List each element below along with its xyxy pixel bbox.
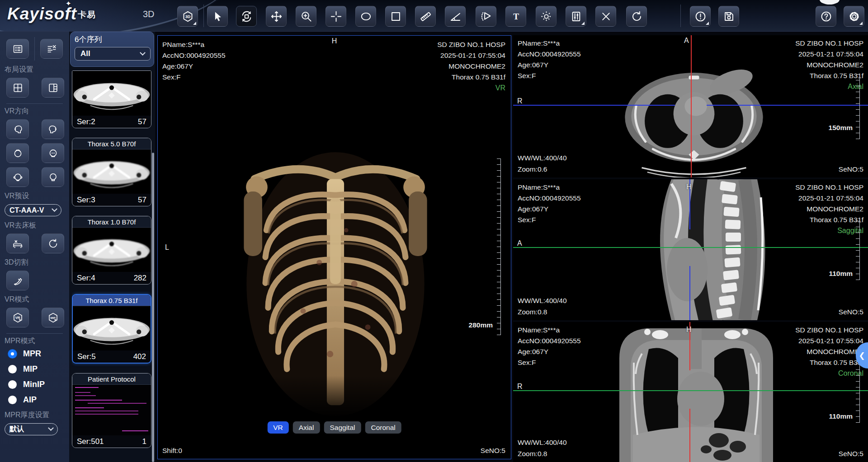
series-filter-select[interactable]: All: [75, 47, 151, 61]
bed-reset-button[interactable]: [42, 233, 64, 253]
vr-hexagon-icon: VR: [12, 312, 24, 323]
tool-angle-button[interactable]: [445, 6, 466, 27]
series-number: Ser:5: [77, 352, 96, 361]
mpr-thickness-select[interactable]: 默认: [5, 423, 58, 435]
view-button-axial[interactable]: Axial: [293, 421, 320, 434]
radio-label: MPR: [23, 349, 41, 359]
mpr-option-aip[interactable]: AIP: [8, 395, 69, 405]
mip-hexagon-icon: MIP: [47, 312, 59, 323]
window-level: WW/WL:400/40: [518, 295, 567, 306]
coronal-viewport[interactable]: PName:S***a AccNO:0004920555 Age:067Y Se…: [513, 322, 868, 462]
crosshair-horizontal-blue[interactable]: [707, 105, 868, 106]
layout-split-button[interactable]: [42, 78, 64, 98]
vr-direction-back-button[interactable]: [42, 167, 64, 187]
axial-viewport[interactable]: PName:S***a AccNO:0004920555 Age:067Y Se…: [513, 35, 868, 177]
help-button[interactable]: [816, 6, 836, 27]
tool-cursor-button[interactable]: [207, 6, 228, 27]
tool-delete-button[interactable]: [595, 6, 616, 27]
main-vr-viewport[interactable]: PName:S***a AccNO:0004920555 Age:067Y Se…: [157, 35, 511, 459]
mpr-option-mip[interactable]: MIP: [8, 364, 69, 374]
mpr-option-minip[interactable]: MinIP: [8, 380, 69, 389]
crosshair-vertical-red[interactable]: [691, 35, 692, 177]
radio-label: MIP: [23, 364, 38, 374]
mpr-option-mpr[interactable]: MPR: [8, 349, 69, 359]
close-series-button[interactable]: [40, 39, 63, 59]
tool-reset-button[interactable]: [626, 6, 647, 27]
tool-rotate-3d-button[interactable]: [236, 6, 257, 27]
section-label-vr-bed: VR去床板: [5, 221, 69, 230]
vr-mode-mip-button[interactable]: MIP: [42, 308, 64, 327]
vr-direction-right-button[interactable]: [42, 119, 64, 139]
cut-3d-button[interactable]: [6, 271, 29, 290]
series-card-2[interactable]: Ser:257: [72, 70, 151, 128]
orientation-label: Saggital: [795, 225, 863, 236]
window-level: WW/WL:400/40: [518, 437, 567, 448]
orientation-marker-left: R: [517, 383, 523, 391]
crosshair-horizontal-green[interactable]: [513, 390, 868, 391]
tool-ellipse-button[interactable]: [355, 6, 376, 27]
view-button-saggital[interactable]: Saggital: [324, 421, 361, 434]
photometric: MONOCHROME2: [437, 61, 505, 72]
ruler-icon: [420, 10, 432, 23]
series-number: Ser:501: [77, 437, 104, 446]
crosshair-vertical-blue[interactable]: [689, 266, 690, 320]
scale-ruler: [497, 159, 501, 335]
tool-rectangle-button[interactable]: [385, 6, 406, 27]
view-button-vr[interactable]: VR: [267, 421, 289, 434]
crosshair-horizontal-blue[interactable]: [513, 105, 675, 106]
tool-save-button[interactable]: [718, 6, 739, 27]
patient-name: PName:S***a: [162, 39, 226, 50]
mpr-thickness-value: 默认: [9, 425, 24, 434]
study-datetime: 2025-01-21 07:55:04: [795, 336, 863, 346]
vr-direction-bottom-button[interactable]: [42, 143, 64, 163]
tool-text-button[interactable]: T: [505, 6, 526, 27]
series-thumbnail-image: [72, 71, 151, 116]
scale-ruler: [856, 221, 860, 280]
series-card-5-selected[interactable]: Thorax 0.75 B31f Ser:5402: [72, 294, 151, 364]
vr-direction-front-button[interactable]: [6, 167, 29, 187]
remove-bed-button[interactable]: [6, 233, 29, 253]
vr-mode-vr-button[interactable]: VR: [6, 308, 29, 327]
vr-direction-top-button[interactable]: [6, 143, 29, 163]
vr-direction-left-button[interactable]: [6, 119, 29, 139]
photometric: MONOCHROME2: [795, 346, 863, 357]
avatar-partial[interactable]: [820, 0, 840, 5]
radio-icon: [8, 396, 17, 404]
series-title: Patient Protocol: [72, 373, 151, 385]
vr-preset-select[interactable]: CT-AAA-V: [5, 204, 61, 216]
chevron-down-icon: [52, 206, 57, 212]
app-logo: Kayisoft卡易✦: [7, 5, 96, 23]
crosshair-horizontal-green[interactable]: [513, 247, 868, 248]
series-card-4[interactable]: Thorax 1.0 B70f Ser:4282: [72, 216, 151, 285]
thumbnail-scrollbar[interactable]: [152, 153, 154, 462]
crosshair-vertical-red[interactable]: [689, 409, 690, 462]
radio-icon: [8, 380, 17, 389]
logo-cjk-text: 卡易: [78, 10, 96, 19]
settings-button[interactable]: [844, 6, 864, 27]
zoom-in-icon: [300, 10, 312, 23]
tool-3d-views-button[interactable]: 3D: [177, 6, 198, 27]
patient-age: Age:067Y: [518, 60, 581, 70]
series-card-501[interactable]: Patient Protocol Ser:5011: [72, 373, 151, 448]
view-button-coronal[interactable]: Coronal: [365, 421, 401, 434]
series-list-button[interactable]: [6, 39, 29, 59]
series-card-3[interactable]: Thorax 5.0 B70f Ser:357: [72, 138, 151, 206]
tool-zoom-button[interactable]: [296, 6, 316, 27]
patient-name: PName:S***a: [518, 182, 581, 193]
tool-ruler-button[interactable]: [415, 6, 436, 27]
series-title: Thorax 1.0 B70f: [72, 216, 151, 228]
tool-report-button[interactable]: [690, 6, 711, 27]
scale-ruler-label: 150mm: [829, 124, 853, 132]
hospital-name: SD ZIBO NO.1 HOSP: [795, 325, 863, 336]
tool-window-level-button[interactable]: [536, 6, 557, 27]
tool-crosshair-button[interactable]: [326, 6, 346, 27]
tool-pan-button[interactable]: [266, 6, 287, 27]
tool-wwwl-presets-button[interactable]: [566, 6, 586, 27]
layout-grid-button[interactable]: [6, 78, 29, 98]
toolbar-divider: [203, 5, 204, 27]
image-count: 282: [134, 274, 146, 283]
sagittal-viewport[interactable]: PName:S***a AccNO:0004920555 Age:067Y Se…: [513, 179, 868, 320]
angle-icon: [449, 10, 462, 23]
save-icon: [723, 10, 735, 23]
tool-cobb-angle-button[interactable]: [476, 6, 496, 27]
